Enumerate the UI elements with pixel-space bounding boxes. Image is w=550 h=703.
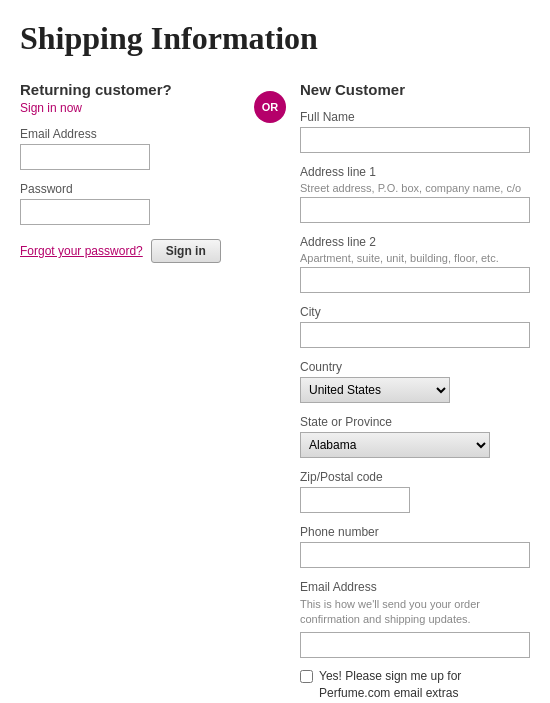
or-circle: OR [254, 91, 286, 123]
address2-input[interactable] [300, 267, 530, 293]
city-label: City [300, 305, 530, 319]
address1-input[interactable] [300, 197, 530, 223]
email-extras-checkbox[interactable] [300, 670, 313, 683]
new-email-label: Email Address [300, 580, 530, 594]
returning-email-input[interactable] [20, 144, 150, 170]
new-customer-section: New Customer Full Name Address line 1 St… [300, 81, 530, 703]
address1-label: Address line 1 [300, 165, 530, 179]
full-name-input[interactable] [300, 127, 530, 153]
city-input[interactable] [300, 322, 530, 348]
address2-sublabel: Apartment, suite, unit, building, floor,… [300, 252, 530, 264]
new-customer-title: New Customer [300, 81, 530, 98]
returning-password-input[interactable] [20, 199, 150, 225]
phone-input[interactable] [300, 542, 530, 568]
phone-label: Phone number [300, 525, 530, 539]
password-label: Password [20, 182, 230, 196]
country-label: Country [300, 360, 530, 374]
email-helper: This is how we'll send you your order co… [300, 597, 530, 628]
state-select[interactable]: Alabama Alaska Arizona Arkansas Californ… [300, 432, 490, 458]
page-title: Shipping Information [20, 20, 530, 57]
sign-in-now-link[interactable]: Sign in now [20, 101, 82, 115]
new-email-input[interactable] [300, 632, 530, 658]
zip-input[interactable] [300, 487, 410, 513]
returning-title: Returning customer? [20, 81, 230, 98]
zip-label: Zip/Postal code [300, 470, 530, 484]
returning-customer-section: Returning customer? Sign in now Email Ad… [20, 81, 240, 263]
country-select[interactable]: United States Canada United Kingdom [300, 377, 450, 403]
address1-sublabel: Street address, P.O. box, company name, … [300, 182, 530, 194]
sign-in-button[interactable]: Sign in [151, 239, 221, 263]
checkbox-text: Yes! Please sign me up for Perfume.com e… [319, 668, 530, 702]
full-name-label: Full Name [300, 110, 530, 124]
state-label: State or Province [300, 415, 530, 429]
forgot-password-link[interactable]: Forgot your password? [20, 244, 143, 258]
email-label: Email Address [20, 127, 230, 141]
address2-label: Address line 2 [300, 235, 530, 249]
or-divider: OR [240, 81, 300, 123]
